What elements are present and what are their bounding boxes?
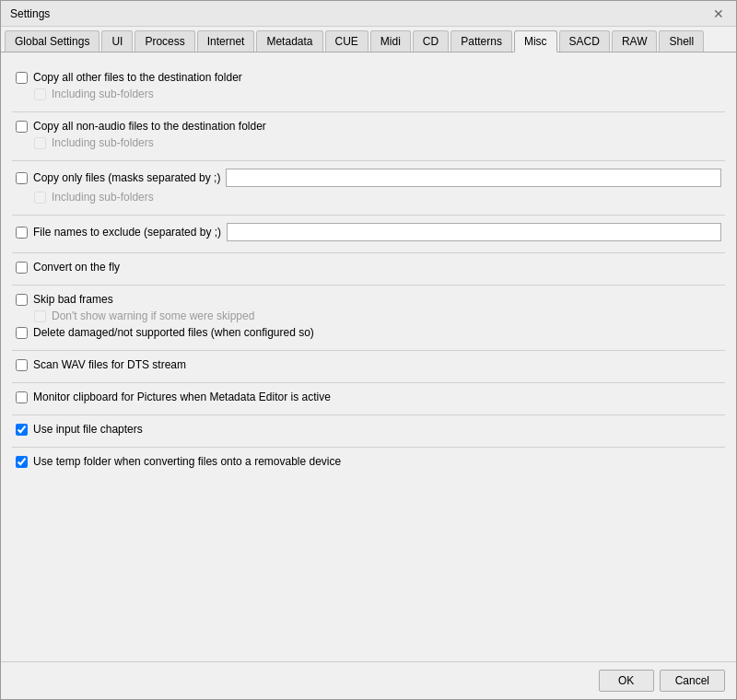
checkbox-row-4-0: Convert on the fly <box>16 261 721 274</box>
tab-patterns[interactable]: Patterns <box>450 30 512 52</box>
tab-ui[interactable]: UI <box>101 30 133 52</box>
checkbox-input-row-2-0: Copy only files (masks separated by ;) <box>16 169 721 187</box>
text-input-3-0[interactable] <box>227 223 721 241</box>
text-input-2-0[interactable] <box>226 169 721 187</box>
section-5: Skip bad framesDon't show warning if som… <box>12 286 725 351</box>
checkbox-9-0[interactable] <box>16 456 28 468</box>
tab-bar: Global SettingsUIProcessInternetMetadata… <box>1 27 736 52</box>
checkbox-3-0[interactable] <box>16 227 28 239</box>
checkbox-label-3-0: File names to exclude (separated by ;) <box>33 226 221 239</box>
checkbox-label-0-1: Including sub-folders <box>52 88 154 100</box>
checkbox-4-0[interactable] <box>16 262 28 274</box>
settings-window: Settings ✕ Global SettingsUIProcessInter… <box>0 0 737 700</box>
tab-process[interactable]: Process <box>135 30 194 52</box>
tab-internet[interactable]: Internet <box>197 30 255 52</box>
cancel-button[interactable]: Cancel <box>660 670 725 692</box>
tab-midi[interactable]: Midi <box>370 30 411 52</box>
close-button[interactable]: ✕ <box>710 6 727 22</box>
checkbox-5-1 <box>34 310 46 322</box>
tab-cue[interactable]: CUE <box>325 30 368 52</box>
checkbox-5-2[interactable] <box>16 327 28 339</box>
tab-metadata[interactable]: Metadata <box>256 30 322 52</box>
window-title: Settings <box>10 7 50 20</box>
checkbox-row-5-0: Skip bad frames <box>16 293 721 306</box>
checkbox-label-9-0: Use temp folder when converting files on… <box>33 455 341 468</box>
checkbox-row-6-0: Scan WAV files for DTS stream <box>16 358 721 371</box>
checkbox-row-5-1: Don't show warning if some were skipped <box>34 309 721 322</box>
tab-cd[interactable]: CD <box>413 30 449 52</box>
checkbox-0-1 <box>34 88 46 100</box>
section-8: Use input file chapters <box>12 415 725 448</box>
checkbox-label-2-0: Copy only files (masks separated by ;) <box>33 171 220 184</box>
checkbox-0-0[interactable] <box>16 72 28 84</box>
checkbox-with-input-3-0: File names to exclude (separated by ;) <box>16 223 721 241</box>
section-3: File names to exclude (separated by ;) <box>12 216 725 253</box>
checkbox-label-1-1: Including sub-folders <box>52 136 154 149</box>
checkbox-row-9-0: Use temp folder when converting files on… <box>16 455 721 468</box>
section-2: Copy only files (masks separated by ;)In… <box>12 161 725 216</box>
checkbox-2-0[interactable] <box>16 172 28 184</box>
checkbox-label-5-2: Delete damaged/not supported files (when… <box>33 326 314 339</box>
checkbox-input-row-3-0: File names to exclude (separated by ;) <box>16 223 721 241</box>
checkbox-2-1 <box>34 192 46 204</box>
tab-raw[interactable]: RAW <box>612 30 658 52</box>
checkbox-label-5-0: Skip bad frames <box>33 293 113 306</box>
checkbox-label-8-0: Use input file chapters <box>33 423 143 436</box>
checkbox-row-2-1: Including sub-folders <box>34 191 721 204</box>
checkbox-label-5-1: Don't show warning if some were skipped <box>52 309 254 322</box>
checkbox-5-0[interactable] <box>16 294 28 306</box>
checkbox-label-2-1: Including sub-folders <box>52 191 154 204</box>
title-bar: Settings ✕ <box>1 1 736 27</box>
section-7: Monitor clipboard for Pictures when Meta… <box>12 383 725 415</box>
checkbox-row-1-0: Copy all non-audio files to the destinat… <box>16 120 721 133</box>
checkbox-6-0[interactable] <box>16 359 28 371</box>
section-0: Copy all other files to the destination … <box>12 64 725 112</box>
checkbox-8-0[interactable] <box>16 424 28 436</box>
checkbox-row-1-1: Including sub-folders <box>34 136 721 149</box>
checkbox-with-input-2-0: Copy only files (masks separated by ;) <box>16 169 721 187</box>
checkbox-1-1 <box>34 137 46 149</box>
checkbox-label-4-0: Convert on the fly <box>33 261 120 274</box>
checkbox-row-8-0: Use input file chapters <box>16 423 721 436</box>
checkbox-7-0[interactable] <box>16 391 28 403</box>
checkbox-label-6-0: Scan WAV files for DTS stream <box>33 358 186 371</box>
tab-global-settings[interactable]: Global Settings <box>5 30 99 52</box>
ok-button[interactable]: OK <box>599 670 654 692</box>
checkbox-row-0-0: Copy all other files to the destination … <box>16 71 721 84</box>
footer: OK Cancel <box>1 661 736 699</box>
tab-misc[interactable]: Misc <box>514 30 557 52</box>
section-6: Scan WAV files for DTS stream <box>12 351 725 383</box>
settings-content: Copy all other files to the destination … <box>1 52 736 661</box>
checkbox-row-0-1: Including sub-folders <box>34 88 721 100</box>
section-4: Convert on the fly <box>12 253 725 286</box>
checkbox-1-0[interactable] <box>16 121 28 133</box>
checkbox-label-1-0: Copy all non-audio files to the destinat… <box>33 120 266 133</box>
checkbox-label-0-0: Copy all other files to the destination … <box>33 71 242 84</box>
section-9: Use temp folder when converting files on… <box>12 448 725 479</box>
section-1: Copy all non-audio files to the destinat… <box>12 112 725 161</box>
checkbox-label-7-0: Monitor clipboard for Pictures when Meta… <box>33 391 331 403</box>
tab-sacd[interactable]: SACD <box>559 30 610 52</box>
tab-shell[interactable]: Shell <box>659 30 704 52</box>
checkbox-row-7-0: Monitor clipboard for Pictures when Meta… <box>16 391 721 403</box>
checkbox-row-5-2: Delete damaged/not supported files (when… <box>16 326 721 339</box>
